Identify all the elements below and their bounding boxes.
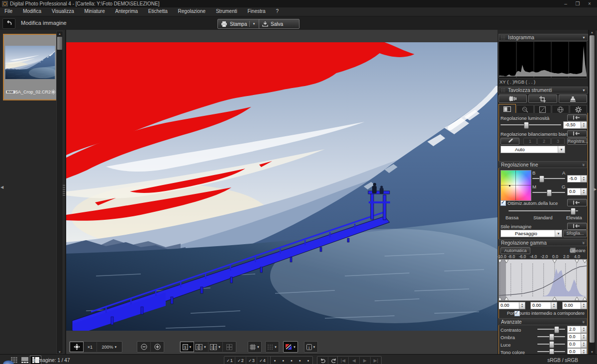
ba-slider[interactable] [532, 176, 565, 182]
brightness-value[interactable]: -0,50 ▲▼ [563, 121, 587, 129]
gamma-input-mid[interactable]: 0.00 ▲▼ [530, 302, 557, 309]
spinner[interactable]: ▲▼ [581, 341, 587, 348]
shadow-value[interactable]: 0.0▲▼ [567, 333, 587, 341]
wb-preset-3-button[interactable]: 3 [551, 138, 565, 145]
thumbnail-item-selected[interactable]: RAW 05A_Crop_02.CR2 [3, 34, 59, 100]
last-image-button[interactable]: ▶| [371, 357, 381, 364]
tool-stamp-button[interactable] [559, 94, 587, 103]
compare-1-1-button[interactable]: 11 ▼ [194, 342, 208, 352]
reset-style-button[interactable] [567, 223, 587, 230]
contrast-slider[interactable] [537, 326, 565, 332]
slider-track[interactable] [500, 124, 561, 125]
mg-slider[interactable] [532, 189, 565, 195]
print-button[interactable]: Stampa ▼ [217, 19, 263, 29]
slider-thumb[interactable] [549, 341, 554, 348]
next-image-button[interactable]: ▶ [360, 357, 371, 364]
checkmark-1-button[interactable]: ✓1 [224, 357, 235, 364]
tool-crop-button[interactable] [528, 94, 557, 103]
alo-slider[interactable] [508, 208, 578, 214]
slider-thumb[interactable] [549, 334, 554, 341]
checkmark-2-button[interactable]: ✓2 [235, 357, 246, 364]
first-image-button[interactable]: |◀ [338, 357, 349, 364]
wb-preset-1-button[interactable]: 1 [523, 138, 537, 145]
brightness-slider[interactable] [500, 122, 561, 128]
dots-display-button[interactable]: ▼ [266, 342, 279, 352]
collapse-right-panel-arrow[interactable]: ▶ [594, 187, 597, 191]
color-tone-value[interactable]: 0.0▲▼ [567, 348, 587, 354]
tab-basic-adjustment[interactable] [498, 104, 516, 114]
menu-miniature[interactable]: Miniature [80, 7, 109, 14]
reset-white-balance-button[interactable] [567, 130, 587, 137]
menu-file[interactable]: File [0, 7, 17, 14]
contrast-value[interactable]: 2.0▲▼ [567, 326, 587, 333]
back-button[interactable] [2, 18, 15, 29]
spinner[interactable]: ▲▼ [581, 302, 587, 309]
gamma-input-left[interactable]: 0.00 ▲▼ [498, 302, 525, 309]
close-button[interactable]: × [584, 0, 595, 7]
previous-image-button[interactable]: ◀ [349, 357, 360, 364]
spinner[interactable]: ▲▼ [581, 188, 587, 195]
menu-help[interactable]: ? [271, 7, 283, 14]
fit-to-window-button[interactable] [70, 342, 84, 352]
view-mode-filmstrip-bottom-button[interactable] [19, 357, 30, 364]
fine-adjustment-header[interactable]: Regolazione fine » [498, 161, 587, 168]
spinner[interactable]: ▲▼ [581, 349, 587, 354]
rating-dot-5[interactable]: • [307, 358, 309, 364]
slider-thumb[interactable] [554, 326, 559, 333]
wb-register-button[interactable]: Registra... [567, 138, 587, 145]
slider-track[interactable] [508, 210, 578, 211]
slider-track[interactable] [532, 178, 565, 179]
highlight-slider[interactable] [537, 341, 565, 347]
scroll-down-arrow[interactable]: ▼ [57, 351, 63, 354]
slider-thumb[interactable] [524, 122, 529, 129]
rating-dot-2[interactable]: • [282, 358, 284, 364]
rating-dot-3[interactable]: • [291, 358, 293, 364]
slider-thumb[interactable] [539, 176, 544, 182]
fine-color-square[interactable] [500, 170, 531, 201]
spinner[interactable]: ▲▼ [551, 302, 557, 309]
menu-etichetta[interactable]: Etichetta [144, 7, 172, 14]
checkmark-4-button[interactable]: ✓4 [257, 357, 268, 364]
single-view-button[interactable]: 1 ▼ [180, 342, 194, 352]
preview-image[interactable] [66, 42, 498, 331]
slider-thumb[interactable] [549, 349, 554, 354]
tool-palette-header[interactable]: Tavolozza strumenti ▼ [498, 87, 588, 93]
grid-display-button[interactable]: ▼ [248, 342, 261, 352]
collapse-arrow-icon[interactable]: ▼ [582, 36, 586, 39]
spinner[interactable]: ▲▼ [581, 176, 587, 182]
advanced-header[interactable]: Avanzate » [498, 318, 587, 325]
ba-value[interactable]: -5.0 ▲▼ [567, 175, 587, 182]
zoom-level-select[interactable]: 200% ▼ [97, 342, 122, 352]
collapse-chevrons-icon[interactable]: » [581, 242, 586, 244]
rotate-left-button[interactable] [317, 357, 328, 364]
wb-eyedropper-button[interactable] [500, 138, 519, 145]
collapse-chevrons-icon[interactable]: » [581, 164, 586, 166]
menu-finestra[interactable]: Finestra [243, 7, 270, 14]
scroll-down-arrow[interactable]: ▼ [589, 351, 596, 354]
gamma-header[interactable]: Regolazione gamma » [498, 239, 587, 246]
mg-value[interactable]: 0.0 ▲▼ [567, 188, 587, 195]
collapse-chevrons-icon[interactable]: » [581, 321, 586, 323]
rating-dot-1[interactable]: • [274, 358, 276, 364]
spinner[interactable]: ▲▼ [519, 302, 525, 309]
alo-checkbox[interactable] [500, 200, 506, 206]
clipping-warning-button[interactable]: ▼ [284, 342, 298, 352]
highlight-value[interactable]: 0.0▲▼ [567, 341, 587, 348]
restore-button[interactable]: ❐ [572, 0, 583, 7]
menu-visualizza[interactable]: Visualizza [47, 7, 79, 14]
browse-style-button[interactable]: Sfoglia... [563, 230, 587, 237]
zoom-out-button[interactable] [137, 342, 151, 352]
multi-view-button[interactable] [223, 342, 236, 352]
spinner[interactable]: ▲▼ [581, 326, 587, 333]
gamma-auto-button[interactable]: Automatica [500, 247, 530, 254]
zoom-1to1-button[interactable]: ×1 [84, 342, 97, 352]
gamma-histogram[interactable] [498, 259, 587, 301]
reset-brightness-button[interactable] [567, 114, 587, 121]
wb-preset-2-button[interactable]: 2 [537, 138, 551, 145]
wb-mode-select[interactable]: Auto ▼ [500, 146, 565, 153]
slider-thumb[interactable] [571, 208, 576, 215]
palette-scrollbar[interactable]: ▲ ▼ [588, 30, 596, 354]
gamma-input-right[interactable]: 0.00 ▲▼ [562, 302, 587, 309]
zoom-in-button[interactable] [151, 342, 164, 352]
scroll-up-arrow[interactable]: ▲ [57, 31, 63, 36]
